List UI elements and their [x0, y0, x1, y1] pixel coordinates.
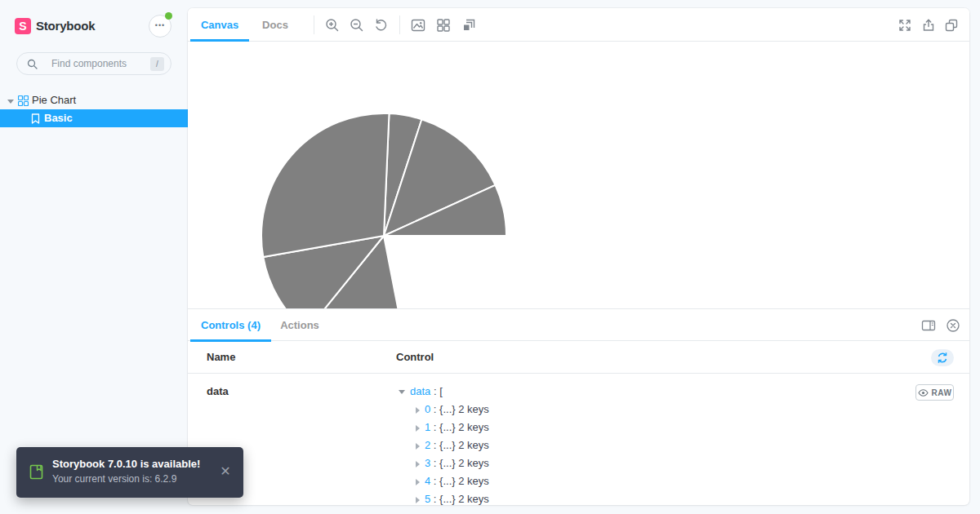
tab-controls-label: Controls (4) — [201, 319, 261, 331]
caret-right-icon[interactable] — [416, 407, 420, 414]
toast-title: Storybook 7.0.10 is available! — [52, 458, 200, 470]
reset-controls-button[interactable] — [931, 349, 954, 366]
tree-item-row[interactable]: 2 : {...} 2 keys — [396, 436, 489, 454]
tree-item-preview: {...} — [439, 457, 456, 469]
viewport-icon[interactable] — [461, 18, 476, 33]
sidebar-item-basic-selected[interactable]: Basic — [0, 109, 188, 127]
tree-item-sep: : — [430, 457, 439, 469]
tree-item-preview: {...} — [439, 475, 456, 487]
tree-item-sep: : — [430, 493, 439, 505]
tree-item-keys: 2 keys — [458, 493, 489, 505]
caret-right-icon[interactable] — [416, 497, 420, 503]
book-icon — [29, 464, 43, 480]
tree-item-row[interactable]: 5 : {...} 2 keys — [396, 490, 489, 505]
tree-item-sep: : — [430, 439, 439, 451]
chevron-down-icon[interactable] — [7, 100, 14, 104]
tree-item-row[interactable]: 3 : {...} 2 keys — [396, 454, 489, 472]
raw-label: RAW — [932, 388, 952, 397]
preview-toolbar: Canvas Docs — [188, 8, 969, 42]
tree-item-sep: : — [430, 403, 439, 415]
tab-controls[interactable]: Controls (4) — [190, 309, 271, 341]
bookmark-icon — [31, 113, 40, 124]
tree-item-keys: 2 keys — [458, 403, 489, 415]
tab-docs-label: Docs — [262, 19, 288, 31]
close-icon[interactable]: ✕ — [217, 463, 234, 480]
storybook-logo-icon: S — [15, 18, 31, 34]
tab-docs[interactable]: Docs — [251, 8, 300, 42]
tree-root-key: data — [410, 385, 430, 397]
sidebar-item-label: Pie Chart — [32, 91, 76, 109]
args-table-header: Name Control — [188, 341, 969, 374]
tab-canvas-label: Canvas — [201, 19, 238, 31]
tree-item-keys: 2 keys — [458, 475, 489, 487]
tab-actions-label: Actions — [280, 319, 319, 331]
pie-chart — [188, 42, 969, 308]
args-table-body: data data : [ 0 : {...} 2 keys 1 : {...}… — [188, 374, 969, 505]
addon-panel-tabs: Controls (4) Actions — [188, 308, 969, 341]
update-toast: Storybook 7.0.10 is available! Your curr… — [16, 447, 243, 498]
close-panel-icon[interactable] — [946, 318, 960, 333]
tree-root-sep: : — [430, 385, 439, 397]
eye-icon — [918, 389, 929, 397]
update-notification-dot — [165, 12, 172, 20]
tree-root-row[interactable]: data : [ — [396, 383, 489, 401]
column-name: Name — [207, 341, 235, 374]
toolbar-separator — [399, 16, 400, 34]
zoom-out-icon[interactable] — [350, 18, 364, 33]
tree-item-keys: 2 keys — [458, 457, 489, 469]
sidebar-item-pie-chart[interactable]: Pie Chart — [0, 91, 188, 109]
panel-position-icon[interactable] — [921, 318, 936, 333]
search-box[interactable]: / — [16, 52, 172, 75]
tree-item-sep: : — [430, 421, 439, 433]
component-icon — [18, 95, 29, 106]
preview-card: Canvas Docs — [188, 8, 969, 505]
tree-item-preview: {...} — [439, 493, 456, 505]
tree-item-keys: 2 keys — [458, 421, 489, 433]
background-icon[interactable] — [411, 18, 425, 33]
search-icon — [27, 59, 38, 69]
tree-item-preview: {...} — [439, 421, 456, 433]
brand-title: Storybook — [36, 19, 95, 33]
tree-item-row[interactable]: 0 : {...} 2 keys — [396, 401, 489, 419]
fullscreen-icon[interactable] — [898, 18, 912, 33]
sidebar-item-label: Basic — [44, 109, 73, 127]
caret-right-icon[interactable] — [416, 425, 420, 432]
object-control-tree: data : [ 0 : {...} 2 keys 1 : {...} 2 ke… — [396, 383, 489, 505]
pie-slice — [261, 113, 389, 257]
tree-item-sep: : — [430, 475, 439, 487]
tree-item-row[interactable]: 1 : {...} 2 keys — [396, 419, 489, 436]
grid-icon[interactable] — [436, 18, 451, 33]
arg-name-data: data — [207, 385, 229, 397]
caret-right-icon[interactable] — [416, 479, 420, 485]
caret-right-icon[interactable] — [416, 461, 420, 467]
search-shortcut-badge: / — [150, 57, 164, 71]
tree-item-row[interactable]: 4 : {...} 2 keys — [396, 472, 489, 490]
share-icon[interactable] — [921, 18, 936, 33]
story-canvas — [188, 42, 969, 308]
brand-row: S Storybook ••• — [15, 15, 173, 38]
toast-subtitle: Your current version is: 6.2.9 — [52, 473, 176, 485]
tree-item-keys: 2 keys — [458, 439, 489, 451]
tab-actions[interactable]: Actions — [271, 309, 328, 341]
toolbar-separator — [314, 16, 314, 34]
tree-item-preview: {...} — [439, 439, 456, 451]
zoom-reset-icon[interactable] — [373, 18, 388, 33]
column-control: Control — [396, 341, 434, 374]
caret-right-icon[interactable] — [416, 443, 420, 450]
tree-item-preview: {...} — [439, 403, 456, 415]
tree-root-bracket: [ — [439, 385, 443, 397]
search-input[interactable] — [51, 54, 149, 73]
tab-canvas[interactable]: Canvas — [190, 8, 249, 42]
caret-down-icon[interactable] — [399, 390, 405, 394]
raw-toggle-button[interactable]: RAW — [915, 384, 954, 401]
open-new-tab-icon[interactable] — [944, 18, 959, 33]
zoom-in-icon[interactable] — [325, 18, 340, 33]
sidebar: S Storybook ••• / Pie Chart Basic — [0, 0, 188, 514]
